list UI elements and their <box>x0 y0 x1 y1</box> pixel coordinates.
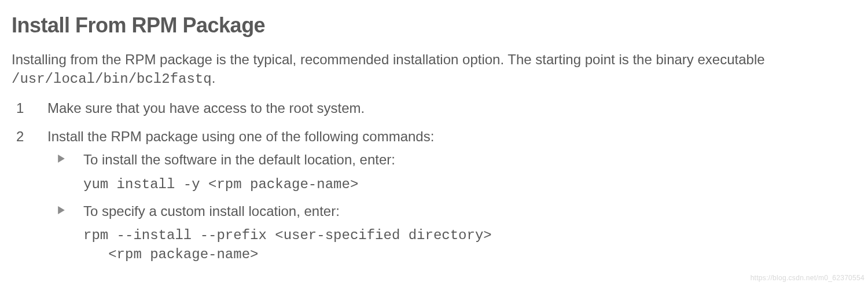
bullet-text: To install the software in the default l… <box>83 152 395 167</box>
triangle-bullet-icon <box>58 155 65 163</box>
bullet-text: To specify a custom install location, en… <box>83 203 340 219</box>
triangle-bullet-icon <box>58 206 65 214</box>
intro-text-suffix: . <box>212 70 216 86</box>
step-item: Install the RPM package using one of the… <box>12 127 856 264</box>
page-title: Install From RPM Package <box>12 12 856 40</box>
intro-text-prefix: Installing from the RPM package is the t… <box>12 52 765 67</box>
bullet-list: To install the software in the default l… <box>47 151 856 264</box>
command-text: yum install -y <rpm package-name> <box>83 175 856 194</box>
svg-marker-0 <box>58 155 65 163</box>
step-item: Make sure that you have access to the ro… <box>12 99 856 118</box>
svg-marker-1 <box>58 206 65 214</box>
step-text: Make sure that you have access to the ro… <box>47 100 365 116</box>
intro-code-path: /usr/local/bin/bcl2fastq <box>12 71 212 87</box>
intro-paragraph: Installing from the RPM package is the t… <box>12 50 856 89</box>
watermark-text: https://blog.csdn.net/m0_62370554 <box>751 273 865 283</box>
step-text: Install the RPM package using one of the… <box>47 129 434 144</box>
bullet-item: To install the software in the default l… <box>47 151 856 194</box>
command-text: rpm --install --prefix <user-specified d… <box>83 226 856 264</box>
bullet-item: To specify a custom install location, en… <box>47 202 856 264</box>
steps-list: Make sure that you have access to the ro… <box>12 99 856 264</box>
